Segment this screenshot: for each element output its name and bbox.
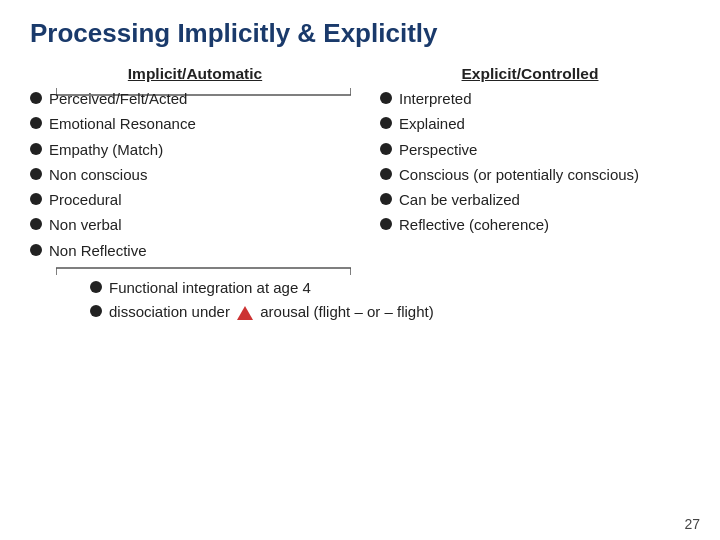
bullet-icon (380, 218, 392, 230)
bullet-icon (90, 281, 102, 293)
right-col-header: Explicit/Controlled (380, 65, 680, 83)
left-list: Perceived/Felt/ActedEmotional ResonanceE… (30, 89, 360, 261)
list-item: dissociation under arousal (flight – or … (90, 302, 690, 322)
left-column: Implicit/Automatic Perceived/Felt/ActedE… (30, 65, 370, 266)
list-item: Conscious (or potentially conscious) (380, 165, 680, 185)
bullet-icon (380, 92, 392, 104)
bullet-icon (30, 244, 42, 256)
bottom-list: Functional integration at age 4dissociat… (90, 278, 690, 323)
right-column: Explicit/Controlled InterpretedExplained… (370, 65, 680, 266)
bullet-icon (30, 218, 42, 230)
list-item: Can be verbalized (380, 190, 680, 210)
bottom-section: Functional integration at age 4dissociat… (90, 278, 690, 323)
content-area: Implicit/Automatic Perceived/Felt/ActedE… (30, 65, 690, 266)
bullet-icon (380, 117, 392, 129)
list-item: Empathy (Match) (30, 140, 360, 160)
list-item: Interpreted (380, 89, 680, 109)
list-item: Perspective (380, 140, 680, 160)
list-item: Procedural (30, 190, 360, 210)
right-list: InterpretedExplainedPerspectiveConscious… (380, 89, 680, 236)
left-col-header: Implicit/Automatic (30, 65, 360, 83)
slide: Processing Implicitly & Explicitly Impli… (0, 0, 720, 540)
list-item: Reflective (coherence) (380, 215, 680, 235)
bullet-icon (380, 193, 392, 205)
page-title: Processing Implicitly & Explicitly (30, 18, 690, 49)
list-item: Emotional Resonance (30, 114, 360, 134)
list-item: Perceived/Felt/Acted (30, 89, 360, 109)
bullet-icon (30, 193, 42, 205)
bullet-icon (380, 143, 392, 155)
bullet-icon (30, 168, 42, 180)
list-item: Explained (380, 114, 680, 134)
bullet-icon (30, 117, 42, 129)
bullet-icon (30, 143, 42, 155)
arrow-up-icon (237, 306, 253, 320)
bullet-icon (380, 168, 392, 180)
list-item: Non verbal (30, 215, 360, 235)
left-bracket-bottom (56, 266, 351, 276)
list-item: Non Reflective (30, 241, 360, 261)
page-number: 27 (684, 516, 700, 532)
list-item: Non conscious (30, 165, 360, 185)
bullet-icon (90, 305, 102, 317)
bullet-icon (30, 92, 42, 104)
list-item: Functional integration at age 4 (90, 278, 690, 298)
